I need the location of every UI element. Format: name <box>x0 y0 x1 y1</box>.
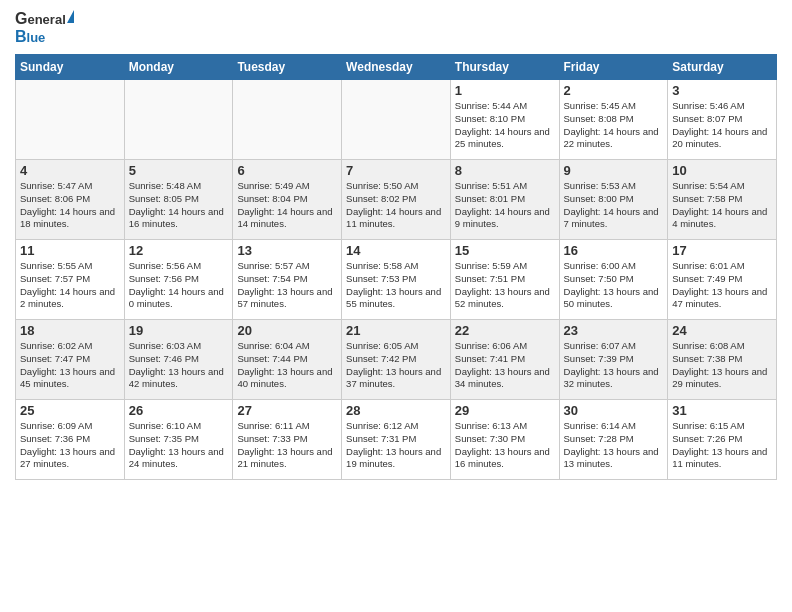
day-info: Sunrise: 5:59 AM Sunset: 7:51 PM Dayligh… <box>455 260 555 311</box>
calendar-cell: 15Sunrise: 5:59 AM Sunset: 7:51 PM Dayli… <box>450 240 559 320</box>
calendar-table: SundayMondayTuesdayWednesdayThursdayFrid… <box>15 54 777 480</box>
day-info: Sunrise: 6:01 AM Sunset: 7:49 PM Dayligh… <box>672 260 772 311</box>
day-info: Sunrise: 5:54 AM Sunset: 7:58 PM Dayligh… <box>672 180 772 231</box>
day-info: Sunrise: 6:04 AM Sunset: 7:44 PM Dayligh… <box>237 340 337 391</box>
day-number: 22 <box>455 323 555 338</box>
day-info: Sunrise: 6:12 AM Sunset: 7:31 PM Dayligh… <box>346 420 446 471</box>
logo-triangle-icon <box>67 10 74 23</box>
day-info: Sunrise: 5:49 AM Sunset: 8:04 PM Dayligh… <box>237 180 337 231</box>
day-info: Sunrise: 5:50 AM Sunset: 8:02 PM Dayligh… <box>346 180 446 231</box>
day-info: Sunrise: 6:13 AM Sunset: 7:30 PM Dayligh… <box>455 420 555 471</box>
calendar-cell: 11Sunrise: 5:55 AM Sunset: 7:57 PM Dayli… <box>16 240 125 320</box>
day-header-tuesday: Tuesday <box>233 55 342 80</box>
day-number: 18 <box>20 323 120 338</box>
calendar-cell: 7Sunrise: 5:50 AM Sunset: 8:02 PM Daylig… <box>342 160 451 240</box>
day-number: 6 <box>237 163 337 178</box>
logo-blue-b: B <box>15 28 27 46</box>
day-info: Sunrise: 5:57 AM Sunset: 7:54 PM Dayligh… <box>237 260 337 311</box>
week-row-4: 18Sunrise: 6:02 AM Sunset: 7:47 PM Dayli… <box>16 320 777 400</box>
day-number: 15 <box>455 243 555 258</box>
day-info: Sunrise: 6:05 AM Sunset: 7:42 PM Dayligh… <box>346 340 446 391</box>
week-row-1: 1Sunrise: 5:44 AM Sunset: 8:10 PM Daylig… <box>16 80 777 160</box>
day-number: 11 <box>20 243 120 258</box>
logo-general-g: G <box>15 10 27 28</box>
day-header-saturday: Saturday <box>668 55 777 80</box>
calendar-cell: 23Sunrise: 6:07 AM Sunset: 7:39 PM Dayli… <box>559 320 668 400</box>
day-info: Sunrise: 5:47 AM Sunset: 8:06 PM Dayligh… <box>20 180 120 231</box>
day-number: 13 <box>237 243 337 258</box>
calendar-cell: 5Sunrise: 5:48 AM Sunset: 8:05 PM Daylig… <box>124 160 233 240</box>
calendar-header-row: SundayMondayTuesdayWednesdayThursdayFrid… <box>16 55 777 80</box>
calendar-cell: 1Sunrise: 5:44 AM Sunset: 8:10 PM Daylig… <box>450 80 559 160</box>
calendar-cell: 26Sunrise: 6:10 AM Sunset: 7:35 PM Dayli… <box>124 400 233 480</box>
day-number: 25 <box>20 403 120 418</box>
day-number: 17 <box>672 243 772 258</box>
day-header-monday: Monday <box>124 55 233 80</box>
day-info: Sunrise: 6:14 AM Sunset: 7:28 PM Dayligh… <box>564 420 664 471</box>
calendar-cell: 22Sunrise: 6:06 AM Sunset: 7:41 PM Dayli… <box>450 320 559 400</box>
calendar-cell: 28Sunrise: 6:12 AM Sunset: 7:31 PM Dayli… <box>342 400 451 480</box>
day-number: 4 <box>20 163 120 178</box>
day-number: 14 <box>346 243 446 258</box>
day-number: 19 <box>129 323 229 338</box>
day-info: Sunrise: 5:53 AM Sunset: 8:00 PM Dayligh… <box>564 180 664 231</box>
calendar-cell: 20Sunrise: 6:04 AM Sunset: 7:44 PM Dayli… <box>233 320 342 400</box>
day-info: Sunrise: 6:02 AM Sunset: 7:47 PM Dayligh… <box>20 340 120 391</box>
day-number: 8 <box>455 163 555 178</box>
calendar-cell: 6Sunrise: 5:49 AM Sunset: 8:04 PM Daylig… <box>233 160 342 240</box>
calendar-cell: 24Sunrise: 6:08 AM Sunset: 7:38 PM Dayli… <box>668 320 777 400</box>
day-info: Sunrise: 6:06 AM Sunset: 7:41 PM Dayligh… <box>455 340 555 391</box>
calendar-cell: 4Sunrise: 5:47 AM Sunset: 8:06 PM Daylig… <box>16 160 125 240</box>
day-header-thursday: Thursday <box>450 55 559 80</box>
calendar-cell: 27Sunrise: 6:11 AM Sunset: 7:33 PM Dayli… <box>233 400 342 480</box>
day-header-friday: Friday <box>559 55 668 80</box>
calendar-cell: 10Sunrise: 5:54 AM Sunset: 7:58 PM Dayli… <box>668 160 777 240</box>
logo-general-rest: eneral <box>27 12 65 27</box>
day-number: 31 <box>672 403 772 418</box>
day-number: 1 <box>455 83 555 98</box>
day-header-sunday: Sunday <box>16 55 125 80</box>
calendar-cell <box>124 80 233 160</box>
calendar-cell: 8Sunrise: 5:51 AM Sunset: 8:01 PM Daylig… <box>450 160 559 240</box>
day-info: Sunrise: 6:15 AM Sunset: 7:26 PM Dayligh… <box>672 420 772 471</box>
logo: G eneral B lue <box>15 10 74 46</box>
week-row-5: 25Sunrise: 6:09 AM Sunset: 7:36 PM Dayli… <box>16 400 777 480</box>
day-info: Sunrise: 6:03 AM Sunset: 7:46 PM Dayligh… <box>129 340 229 391</box>
page-header: G eneral B lue <box>15 10 777 46</box>
day-number: 16 <box>564 243 664 258</box>
day-info: Sunrise: 5:56 AM Sunset: 7:56 PM Dayligh… <box>129 260 229 311</box>
day-number: 28 <box>346 403 446 418</box>
day-number: 21 <box>346 323 446 338</box>
calendar-cell: 19Sunrise: 6:03 AM Sunset: 7:46 PM Dayli… <box>124 320 233 400</box>
day-number: 7 <box>346 163 446 178</box>
calendar-cell: 16Sunrise: 6:00 AM Sunset: 7:50 PM Dayli… <box>559 240 668 320</box>
week-row-3: 11Sunrise: 5:55 AM Sunset: 7:57 PM Dayli… <box>16 240 777 320</box>
calendar-cell: 2Sunrise: 5:45 AM Sunset: 8:08 PM Daylig… <box>559 80 668 160</box>
calendar-cell <box>342 80 451 160</box>
day-number: 27 <box>237 403 337 418</box>
calendar-cell: 31Sunrise: 6:15 AM Sunset: 7:26 PM Dayli… <box>668 400 777 480</box>
day-info: Sunrise: 5:46 AM Sunset: 8:07 PM Dayligh… <box>672 100 772 151</box>
calendar-cell: 17Sunrise: 6:01 AM Sunset: 7:49 PM Dayli… <box>668 240 777 320</box>
day-info: Sunrise: 6:11 AM Sunset: 7:33 PM Dayligh… <box>237 420 337 471</box>
calendar-cell: 3Sunrise: 5:46 AM Sunset: 8:07 PM Daylig… <box>668 80 777 160</box>
day-info: Sunrise: 6:09 AM Sunset: 7:36 PM Dayligh… <box>20 420 120 471</box>
day-header-wednesday: Wednesday <box>342 55 451 80</box>
calendar-cell: 12Sunrise: 5:56 AM Sunset: 7:56 PM Dayli… <box>124 240 233 320</box>
calendar-cell <box>233 80 342 160</box>
day-number: 5 <box>129 163 229 178</box>
calendar-cell: 25Sunrise: 6:09 AM Sunset: 7:36 PM Dayli… <box>16 400 125 480</box>
day-number: 2 <box>564 83 664 98</box>
day-number: 12 <box>129 243 229 258</box>
day-info: Sunrise: 5:55 AM Sunset: 7:57 PM Dayligh… <box>20 260 120 311</box>
calendar-cell: 21Sunrise: 6:05 AM Sunset: 7:42 PM Dayli… <box>342 320 451 400</box>
day-number: 20 <box>237 323 337 338</box>
day-number: 23 <box>564 323 664 338</box>
day-number: 10 <box>672 163 772 178</box>
week-row-2: 4Sunrise: 5:47 AM Sunset: 8:06 PM Daylig… <box>16 160 777 240</box>
day-number: 30 <box>564 403 664 418</box>
logo-blue-rest: lue <box>27 30 46 45</box>
day-info: Sunrise: 6:07 AM Sunset: 7:39 PM Dayligh… <box>564 340 664 391</box>
day-number: 29 <box>455 403 555 418</box>
day-info: Sunrise: 5:45 AM Sunset: 8:08 PM Dayligh… <box>564 100 664 151</box>
